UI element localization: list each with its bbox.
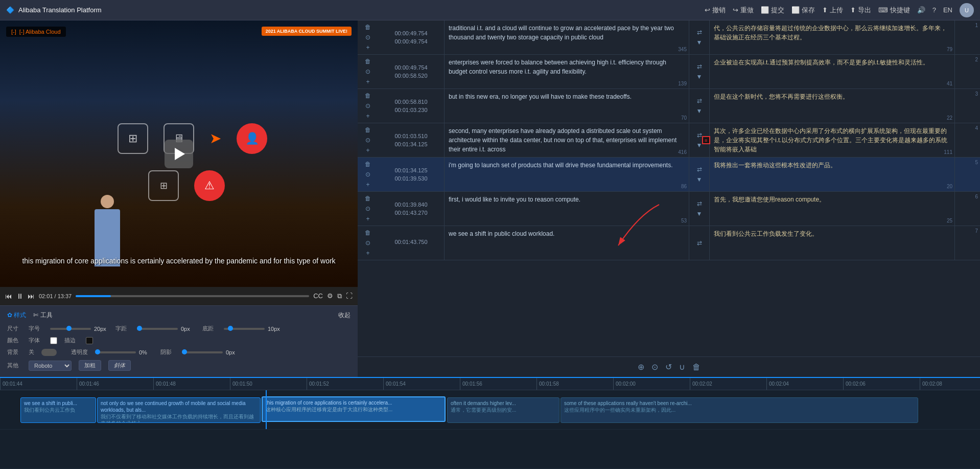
volume-icon[interactable]: 🔊 [917, 6, 925, 14]
expand-icon[interactable]: ▼ [696, 73, 703, 80]
pause-button[interactable]: ⏸ [16, 292, 24, 300]
segment-4[interactable]: often it demands higher lev...通常，它需要更高级别… [447, 397, 559, 423]
move-icon[interactable]: ⊕ [638, 362, 644, 372]
refresh-icon[interactable]: ↺ [665, 362, 672, 372]
opacity-slider-group: 0% [95, 349, 153, 355]
video-area[interactable]: ⊞ 🖥 ➤ 👤 ⊞ ⚠ [-] [-] Alibaba Cloud [0, 20, 358, 287]
add-row-icon[interactable]: + [363, 249, 372, 258]
expand-icon[interactable]: ▼ [696, 142, 703, 149]
collapse-button[interactable]: 收起 [338, 311, 351, 320]
time-end-1: 00:00:49.754 [394, 38, 427, 44]
target-cell-4[interactable]: 其次，许多企业已经在数据中心内采用了分布式的横向扩展系统架构，但现在最重要的是，… [710, 123, 954, 157]
progress-bar[interactable] [76, 295, 309, 297]
transfer-icon[interactable]: ⇄ [697, 63, 702, 70]
delete-row-icon[interactable]: 🗑 [363, 194, 372, 203]
upload-button[interactable]: ⬆ 上传 [822, 6, 843, 15]
font-size-slider[interactable] [50, 328, 91, 330]
expand-icon[interactable]: ▼ [696, 176, 703, 183]
target-cell-1[interactable]: 代，公共云的存储容量将超过传统的企业数据中心，那么云将继续加速增长。多年来，基础… [710, 20, 954, 54]
bg-toggle[interactable] [41, 349, 57, 356]
target-cell-7[interactable]: 我们看到公共云工作负载发生了变化。 [710, 226, 954, 260]
transfer-icon[interactable]: ⇄ [697, 29, 702, 36]
delete-row-icon[interactable]: 🗑 [363, 23, 372, 32]
source-cell-6[interactable]: first, i would like to invite you to rea… [445, 192, 689, 226]
captions-button[interactable]: CC [313, 292, 323, 300]
add-row-icon[interactable]: + [363, 214, 372, 224]
transfer-icon[interactable]: ⇄ [697, 97, 702, 104]
tab-tools[interactable]: ✄ 工具 [33, 311, 52, 320]
transfer-icon[interactable]: ⇄ [697, 200, 702, 207]
delete-row-icon[interactable]: 🗑 [363, 228, 372, 237]
link-icon[interactable]: ⊙ [651, 362, 658, 372]
delete-row-icon[interactable]: 🗑 [363, 57, 372, 66]
delete-row-icon[interactable]: 🗑 [363, 91, 372, 100]
shadow-slider[interactable] [182, 351, 223, 353]
submit-button[interactable]: ⬜ 提交 [761, 6, 784, 15]
transfer-icon[interactable]: ⇄ [697, 239, 702, 247]
skip-forward-button[interactable]: ⏭ [28, 292, 35, 300]
source-cell-5[interactable]: i'm going to launch set of products that… [445, 158, 689, 191]
copy-row-icon[interactable]: ⊙ [363, 170, 372, 179]
font-color-swatch[interactable] [50, 337, 57, 344]
shortcuts-button[interactable]: ⌨ 快捷键 [878, 6, 910, 15]
delete-icon[interactable]: 🗑 [692, 363, 701, 372]
add-row-icon[interactable]: + [363, 111, 372, 121]
copy-row-icon[interactable]: ⊙ [363, 101, 372, 110]
copy-row-icon[interactable]: ⊙ [363, 204, 372, 213]
source-cell-4[interactable]: second, many enterprises have already ad… [445, 123, 689, 157]
lang-selector[interactable]: EN [943, 6, 952, 14]
add-row-icon[interactable]: + [363, 180, 372, 189]
skip-back-button[interactable]: ⏮ [5, 292, 12, 300]
bold-button[interactable]: 加粗 [79, 360, 101, 371]
expand-icon[interactable]: ▼ [696, 39, 703, 46]
italic-button[interactable]: 斜体 [108, 360, 131, 371]
save-button[interactable]: ⬜ 保存 [791, 6, 815, 15]
tab-style[interactable]: ✿ 样式 [7, 311, 26, 320]
expand-icon[interactable]: ▼ [696, 107, 703, 115]
target-cell-5[interactable]: 我将推出一套将推动这些根本性改进的产品。 20 [710, 158, 954, 191]
segment-3-selected[interactable]: this migration of core applications is c… [262, 396, 446, 422]
redo-button[interactable]: ↪ 重做 [733, 6, 754, 15]
segment-text-1: we see a shift in publi...我们看到公共云工作负 [24, 400, 92, 413]
add-row-icon[interactable]: + [363, 146, 372, 155]
source-cell-7[interactable]: we see a shift in public cloud workload. [445, 226, 689, 260]
help-button[interactable]: ? [932, 6, 936, 14]
target-cell-2[interactable]: 企业被迫在实现高i.t.通过预算控制提高效率，而不是更多的i.t.敏捷性和灵活性… [710, 55, 954, 88]
fullscreen-button[interactable]: ⛶ [346, 292, 353, 300]
undo-button[interactable]: ↩ 撤销 [705, 6, 726, 15]
delete-row-icon[interactable]: 🗑 [363, 160, 372, 169]
export-button[interactable]: ⬆ 导出 [850, 6, 871, 15]
playhead[interactable] [266, 390, 267, 429]
source-cell-3[interactable]: but in this new era, no longer you will … [445, 89, 689, 123]
copy-row-icon[interactable]: ⊙ [363, 238, 372, 248]
segment-1[interactable]: we see a shift in publi...我们看到公共云工作负 [20, 397, 96, 423]
transfer-icon[interactable]: ⇄ [697, 131, 702, 139]
translation-panel: 🗑 ⊙ + 00:00:49.754 00:00:49.754 traditio… [358, 20, 980, 377]
transfer-icon[interactable]: ⇄ [697, 166, 702, 173]
play-button[interactable] [165, 140, 193, 168]
add-row-icon[interactable]: + [363, 43, 372, 52]
stroke-color-swatch[interactable] [86, 337, 93, 344]
expand-icon[interactable]: ▼ [696, 210, 703, 217]
source-cell-2[interactable]: enterprises were forced to balance betwe… [445, 55, 689, 88]
copy-row-icon[interactable]: ⊙ [363, 33, 372, 42]
target-cell-6[interactable]: 首先，我想邀请您使用reason compute。 25 [710, 192, 954, 226]
copy-row-icon[interactable]: ⊙ [363, 67, 372, 76]
shadow-value: 0px [226, 349, 240, 355]
delete-row-icon[interactable]: 🗑 [363, 125, 372, 135]
opacity-slider[interactable] [95, 351, 136, 353]
merge-icon[interactable]: ∪ [679, 362, 685, 372]
line-height-slider[interactable] [224, 328, 265, 330]
pip-button[interactable]: ⧉ [337, 292, 342, 300]
copy-row-icon[interactable]: ⊙ [363, 136, 372, 145]
segment-2[interactable]: not only do we see continued growth of m… [97, 397, 261, 423]
target-cell-3[interactable]: 但是在这个新时代，您将不再需要进行这些权衡。 22 [710, 89, 954, 123]
add-row-icon[interactable]: + [363, 77, 372, 86]
letter-spacing-slider[interactable] [137, 328, 178, 330]
source-cell-1[interactable]: traditional i.t. and a cloud will contin… [445, 20, 689, 54]
settings-button[interactable]: ⚙ [327, 292, 333, 300]
avatar[interactable]: U [960, 3, 974, 17]
row-actions-6: 🗑 ⊙ + [358, 192, 378, 226]
font-family-select[interactable]: Roboto [29, 361, 72, 371]
segment-5[interactable]: some of these applications really haven'… [561, 397, 918, 423]
